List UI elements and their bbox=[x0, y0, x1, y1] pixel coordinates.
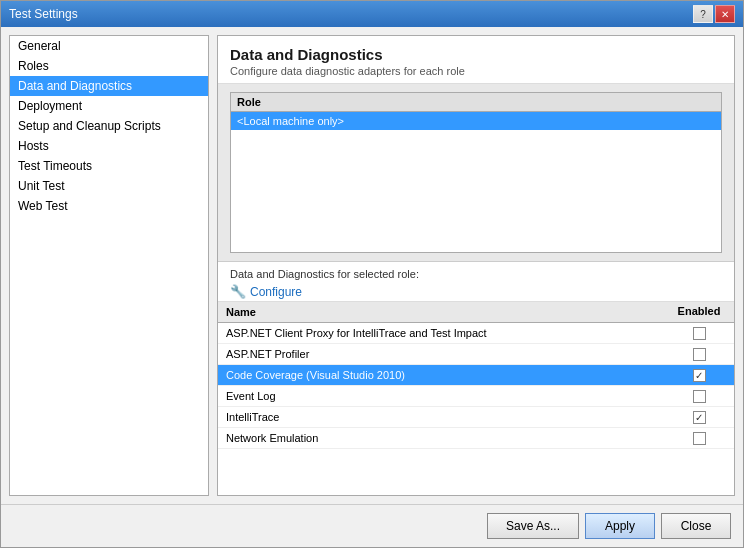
window-title: Test Settings bbox=[9, 7, 78, 21]
configure-icon: 🔧 bbox=[230, 284, 246, 299]
diagnostics-rows: ASP.NET Client Proxy for IntelliTrace an… bbox=[218, 323, 734, 495]
checkbox-5[interactable] bbox=[693, 432, 706, 445]
diagnostics-label: Data and Diagnostics for selected role: bbox=[218, 262, 734, 282]
main-panel: Data and Diagnostics Configure data diag… bbox=[217, 35, 735, 496]
role-section: Role <Local machine only> bbox=[218, 84, 734, 262]
page-title: Data and Diagnostics bbox=[230, 46, 722, 63]
table-row[interactable]: Network Emulation bbox=[218, 428, 734, 449]
sidebar-item-data-and-diagnostics[interactable]: Data and Diagnostics bbox=[10, 76, 208, 96]
checkbox-0[interactable] bbox=[693, 327, 706, 340]
sidebar-item-web-test[interactable]: Web Test bbox=[10, 196, 208, 216]
role-item-local-machine[interactable]: <Local machine only> bbox=[231, 112, 721, 130]
sidebar-item-setup-and-cleanup[interactable]: Setup and Cleanup Scripts bbox=[10, 116, 208, 136]
title-bar: Test Settings ? ✕ bbox=[1, 1, 743, 27]
row-name: Network Emulation bbox=[218, 430, 664, 446]
close-button[interactable]: Close bbox=[661, 513, 731, 539]
main-header: Data and Diagnostics Configure data diag… bbox=[218, 36, 734, 84]
content-area: General Roles Data and Diagnostics Deplo… bbox=[1, 27, 743, 504]
page-subtitle: Configure data diagnostic adapters for e… bbox=[230, 65, 722, 77]
table-row[interactable]: IntelliTrace ✓ bbox=[218, 407, 734, 428]
row-enabled-5[interactable] bbox=[664, 432, 734, 445]
test-settings-window: Test Settings ? ✕ General Roles Data and… bbox=[0, 0, 744, 548]
close-window-button[interactable]: ✕ bbox=[715, 5, 735, 23]
table-row[interactable]: Code Coverage (Visual Studio 2010) ✓ bbox=[218, 365, 734, 386]
apply-button[interactable]: Apply bbox=[585, 513, 655, 539]
checkbox-3[interactable] bbox=[693, 390, 706, 403]
sidebar-item-roles[interactable]: Roles bbox=[10, 56, 208, 76]
name-column-header: Name bbox=[218, 305, 664, 319]
sidebar-item-deployment[interactable]: Deployment bbox=[10, 96, 208, 116]
checkbox-4[interactable]: ✓ bbox=[693, 411, 706, 424]
row-name: ASP.NET Profiler bbox=[218, 346, 664, 362]
row-enabled-3[interactable] bbox=[664, 390, 734, 403]
diagnostics-scroll-wrapper: ASP.NET Client Proxy for IntelliTrace an… bbox=[218, 323, 734, 495]
checkbox-2[interactable]: ✓ bbox=[693, 369, 706, 382]
sidebar-item-general[interactable]: General bbox=[10, 36, 208, 56]
role-column-header: Role bbox=[231, 93, 721, 112]
row-name: IntelliTrace bbox=[218, 409, 664, 425]
sidebar-item-test-timeouts[interactable]: Test Timeouts bbox=[10, 156, 208, 176]
table-row[interactable]: ASP.NET Client Proxy for IntelliTrace an… bbox=[218, 323, 734, 344]
row-enabled-2[interactable]: ✓ bbox=[664, 369, 734, 382]
table-row[interactable]: ASP.NET Profiler bbox=[218, 344, 734, 365]
diagnostics-table-header: Name Enabled bbox=[218, 302, 734, 323]
role-list: <Local machine only> bbox=[231, 112, 721, 252]
enabled-column-header: Enabled bbox=[664, 305, 734, 319]
row-name: Event Log bbox=[218, 388, 664, 404]
diagnostics-section: Data and Diagnostics for selected role: … bbox=[218, 262, 734, 495]
configure-link[interactable]: Configure bbox=[250, 285, 302, 299]
sidebar: General Roles Data and Diagnostics Deplo… bbox=[9, 35, 209, 496]
row-enabled-1[interactable] bbox=[664, 348, 734, 361]
checkbox-1[interactable] bbox=[693, 348, 706, 361]
diagnostics-table: Name Enabled ASP.NET Client Proxy for In… bbox=[218, 302, 734, 495]
row-enabled-0[interactable] bbox=[664, 327, 734, 340]
title-bar-buttons: ? ✕ bbox=[693, 5, 735, 23]
table-row[interactable]: Event Log bbox=[218, 386, 734, 407]
role-table: Role <Local machine only> bbox=[230, 92, 722, 253]
row-name: Code Coverage (Visual Studio 2010) bbox=[218, 367, 664, 383]
save-as-button[interactable]: Save As... bbox=[487, 513, 579, 539]
help-button[interactable]: ? bbox=[693, 5, 713, 23]
footer: Save As... Apply Close bbox=[1, 504, 743, 547]
sidebar-item-hosts[interactable]: Hosts bbox=[10, 136, 208, 156]
row-name: ASP.NET Client Proxy for IntelliTrace an… bbox=[218, 325, 664, 341]
configure-bar: 🔧 Configure bbox=[218, 282, 734, 302]
row-enabled-4[interactable]: ✓ bbox=[664, 411, 734, 424]
sidebar-item-unit-test[interactable]: Unit Test bbox=[10, 176, 208, 196]
